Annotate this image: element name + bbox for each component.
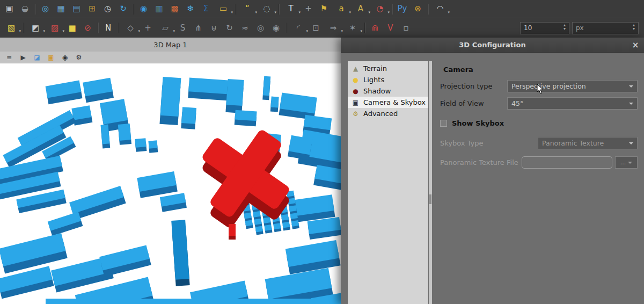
field-of-view-select[interactable]: 45°: [507, 97, 638, 110]
icon-glyph: ⚑: [320, 5, 327, 13]
show-visibility-icon[interactable]: ◉: [60, 53, 70, 62]
identify-features-icon[interactable]: ◉ ▾: [136, 2, 151, 16]
dropdown-arrow[interactable]: ▾: [231, 10, 233, 15]
shape-digitize-icon[interactable]: ▱ ▾: [156, 21, 174, 35]
topological-editing-icon[interactable]: V ▾: [383, 21, 398, 35]
dropdown-arrow[interactable]: ▾: [360, 29, 362, 33]
new-shapefile-icon[interactable]: N ▾: [101, 21, 115, 35]
dropdown-arrow[interactable]: ▾: [173, 29, 175, 33]
dropdown-arrow[interactable]: ▾: [138, 29, 140, 33]
layer-tree-icon[interactable]: ▤ ▾: [69, 2, 84, 16]
save-as-image-icon[interactable]: ◪: [32, 53, 42, 62]
toolbar-separator: ▾: [96, 21, 100, 35]
move-feature-icon[interactable]: + ▾: [141, 21, 155, 35]
move-annotation-icon[interactable]: + ▾: [301, 2, 316, 16]
tolerance-spinbox[interactable]: 10 ▴▾: [520, 22, 569, 34]
offset-curve-icon[interactable]: ◜ ▾: [289, 21, 308, 35]
3d-buildings-scene: [0, 63, 341, 304]
dropdown-arrow[interactable]: ▾: [255, 10, 257, 15]
animation-play-icon[interactable]: ▶: [18, 53, 28, 62]
nav-scrollbar-handle[interactable]: [429, 194, 431, 204]
move-label-icon[interactable]: A ▾: [352, 2, 370, 16]
dropdown-arrow[interactable]: ▾: [368, 10, 370, 15]
dropdown-arrow[interactable]: ▾: [349, 10, 351, 15]
snapping-magnet-icon[interactable]: ⋒ ▾: [368, 21, 382, 35]
select-features-icon[interactable]: ▧ ▾: [2, 21, 20, 35]
text-annotation-icon[interactable]: T ▾: [282, 2, 300, 16]
skybox-type-select[interactable]: Panoramic Texture: [538, 137, 638, 149]
unit-arrows[interactable]: ▴▾: [633, 24, 635, 32]
icon-glyph: ▫: [403, 24, 408, 32]
dropdown-arrow[interactable]: ▾: [19, 29, 21, 33]
highlight-labels-icon[interactable]: a ▾: [332, 2, 350, 16]
nav-item-label: Terrain: [363, 64, 387, 73]
fill-ring-icon[interactable]: ◉ ▾: [269, 21, 283, 35]
split-features-icon[interactable]: ⋔ ▾: [191, 21, 206, 35]
add-ring-icon[interactable]: ◎ ▾: [253, 21, 268, 35]
close-icon[interactable]: ×: [630, 40, 641, 50]
map-tips-icon[interactable]: “ ▾: [238, 2, 257, 16]
statistics-icon[interactable]: Σ ▾: [199, 2, 213, 16]
rotate-point-symbols-icon[interactable]: ✶ ▾: [343, 21, 362, 35]
merge-features-icon[interactable]: ⊎ ▾: [207, 21, 221, 35]
change-label-icon[interactable]: ◔ ▾: [371, 2, 389, 16]
tolerance-unit-select[interactable]: px ▴▾: [572, 22, 639, 34]
spinbox-arrows[interactable]: ▴▾: [564, 24, 566, 32]
plugin-manager-icon[interactable]: ⊛ ▾: [411, 2, 425, 16]
dropdown-arrow[interactable]: ▾: [62, 29, 64, 33]
tolerance-box-icon[interactable]: ▫ ▾: [399, 21, 413, 35]
show-skybox-label[interactable]: Show Skybox: [452, 119, 504, 127]
rotate-feature-icon[interactable]: ↻ ▾: [222, 21, 237, 35]
reshape-icon[interactable]: S ▾: [175, 21, 190, 35]
icon-glyph: ⋔: [195, 24, 202, 32]
dropdown-arrow[interactable]: ▾: [387, 10, 390, 15]
vertex-tool-icon[interactable]: ◇ ▾: [121, 21, 140, 35]
globe-icon[interactable]: ◒ ▾: [18, 2, 32, 16]
toolbar-separator: ▾: [21, 21, 25, 35]
dropdown-arrow[interactable]: ▾: [298, 10, 301, 15]
annotation-draw-icon[interactable]: ◠ ▾: [431, 2, 449, 16]
dialog-titlebar[interactable]: 3D Configuration ×: [341, 38, 644, 53]
georeferencer-icon[interactable]: ⊞ ▾: [85, 2, 99, 16]
simplify-feature-icon[interactable]: ≈ ▾: [238, 21, 252, 35]
zoom-tool-icon[interactable]: ◌ ▾: [258, 2, 276, 16]
nav-terrain[interactable]: ▲ Terrain: [348, 63, 428, 74]
raster-calculator-icon[interactable]: ▩ ▾: [167, 2, 182, 16]
mesh-calculator-icon[interactable]: ▦ ▾: [54, 2, 68, 16]
dropdown-arrow[interactable]: ▾: [43, 29, 45, 33]
new-3d-map-icon[interactable]: ◎ ▾: [38, 2, 53, 16]
processing-toolbox-icon[interactable]: ❄ ▾: [183, 2, 197, 16]
browse-file-button[interactable]: ...: [615, 156, 638, 169]
nav-item-icon: ●: [352, 88, 360, 95]
projection-type-select[interactable]: Perspective projection: [507, 80, 638, 92]
nav-shadow[interactable]: ● Shadow: [348, 85, 428, 97]
refresh-map-icon[interactable]: ↻ ▾: [116, 2, 130, 16]
project-properties-icon[interactable]: ▣ ▾: [2, 2, 17, 16]
configure-icon[interactable]: ⚙: [74, 53, 84, 62]
dropdown-arrow[interactable]: ▾: [306, 29, 308, 33]
dropdown-arrow[interactable]: ▾: [341, 29, 343, 33]
dropdown-arrow[interactable]: ▾: [448, 10, 450, 15]
3d-map-canvas[interactable]: [0, 63, 341, 304]
nav-lights[interactable]: ● Lights: [348, 74, 428, 85]
select-all-icon[interactable]: ■ ▾: [65, 21, 79, 35]
panoramic-texture-file-input[interactable]: [522, 156, 612, 169]
style-gradient-icon[interactable]: ◩ ▾: [26, 21, 45, 35]
copy-features-icon[interactable]: ⊡ ▾: [309, 21, 323, 35]
export-scene-icon[interactable]: ▣: [46, 53, 56, 62]
temporal-controller-icon[interactable]: ◷ ▾: [100, 2, 115, 16]
pin-labels-icon[interactable]: ⚑ ▾: [317, 2, 331, 16]
measure-icon[interactable]: ▭ ▾: [214, 2, 232, 16]
deselect-icon[interactable]: ⊘ ▾: [80, 21, 95, 35]
show-skybox-checkbox[interactable]: [440, 120, 447, 127]
nav-camera-skybox[interactable]: ▣ Camera & Skybox: [348, 97, 428, 108]
python-console-icon[interactable]: Py ▾: [395, 2, 409, 16]
nav-advanced[interactable]: ⚙ Advanced: [348, 108, 428, 119]
select-by-value-icon[interactable]: ▨ ▾: [46, 21, 64, 35]
camera-control-icon[interactable]: ≡: [4, 53, 14, 62]
dropdown-arrow[interactable]: ▾: [274, 10, 276, 15]
attribute-table-icon[interactable]: ▥ ▾: [152, 2, 166, 16]
nav-item-icon: ▣: [352, 99, 360, 106]
move-copy-feature-icon[interactable]: ⇒ ▾: [324, 21, 342, 35]
nav-scrollbar[interactable]: [429, 61, 432, 304]
